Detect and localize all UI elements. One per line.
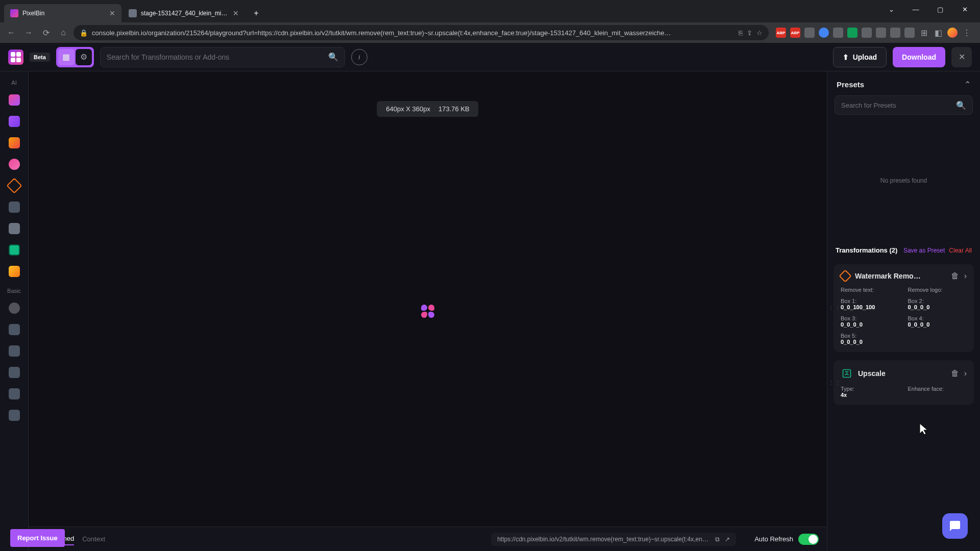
- param-value: 0_0_100_100: [841, 304, 875, 310]
- minimize-icon[interactable]: —: [904, 2, 927, 16]
- sidebar-tool-face[interactable]: [5, 155, 23, 173]
- image-mode-icon[interactable]: ▦: [58, 49, 75, 65]
- drag-handle-icon[interactable]: ⋮⋮: [828, 305, 842, 312]
- presets-header[interactable]: Presets ⌃: [827, 71, 980, 95]
- copy-icon[interactable]: ⧉: [715, 536, 720, 543]
- transform-card-watermark[interactable]: ⋮⋮ Watermark Remo… 🗑 › Remove text: Remo…: [834, 264, 974, 352]
- auto-refresh-toggle[interactable]: [798, 534, 819, 545]
- search-box[interactable]: 🔍: [100, 47, 345, 67]
- output-url-display: https://cdn.pixelbin.io/v2/tutkit/wm.rem…: [491, 533, 736, 546]
- sidebar-tool-generic[interactable]: [5, 342, 23, 360]
- sidebar-tool-generic[interactable]: [5, 219, 23, 238]
- translate-icon[interactable]: ⎘: [739, 29, 743, 37]
- chat-fab-button[interactable]: [942, 513, 968, 539]
- new-tab-button[interactable]: +: [249, 6, 263, 20]
- extension-icon[interactable]: [819, 28, 829, 38]
- close-panel-button[interactable]: ✕: [951, 47, 972, 67]
- search-icon[interactable]: 🔍: [328, 52, 338, 62]
- delete-icon[interactable]: 🗑: [951, 369, 959, 378]
- star-icon[interactable]: ☆: [756, 29, 763, 37]
- browser-url-bar: ← → ⟳ ⌂ 🔒 console.pixelbin.io/organizati…: [0, 22, 980, 43]
- extension-icon[interactable]: [904, 28, 915, 38]
- reload-icon[interactable]: ⟳: [39, 26, 53, 40]
- home-icon[interactable]: ⌂: [56, 26, 70, 40]
- open-link-icon[interactable]: ↗: [725, 536, 730, 543]
- sidebar-tool-car[interactable]: [5, 134, 23, 152]
- param-label: Type:: [841, 386, 900, 392]
- upload-label: Upload: [853, 53, 877, 61]
- drag-handle-icon[interactable]: ⋮⋮: [828, 380, 842, 386]
- sidebar-tool-generic[interactable]: [5, 198, 23, 216]
- upload-icon: ⬆: [843, 53, 849, 61]
- save-as-preset-link[interactable]: Save as Preset: [903, 247, 945, 254]
- puzzle-icon[interactable]: ⊞: [919, 28, 929, 38]
- extension-icons: ABP ABP ⊞ ◧ ⋮: [772, 28, 976, 38]
- sidebar-tool-erasebg[interactable]: [5, 91, 23, 109]
- close-icon[interactable]: ✕: [233, 9, 239, 17]
- preset-search[interactable]: 🔍: [835, 95, 973, 115]
- back-icon[interactable]: ←: [4, 26, 18, 40]
- extension-icon[interactable]: [890, 28, 900, 38]
- menu-icon[interactable]: ⋮: [962, 28, 972, 38]
- mode-toggle[interactable]: ▦ ⚙: [56, 47, 94, 67]
- transform-card-upscale[interactable]: ⋮⋮ Upscale 🗑 › Type:4x Enhance face:: [834, 360, 974, 405]
- extension-icon[interactable]: [847, 28, 857, 38]
- share-icon[interactable]: ⇪: [747, 29, 752, 37]
- chevron-up-icon[interactable]: ⌃: [964, 80, 971, 89]
- extension-icon[interactable]: [876, 28, 886, 38]
- code-mode-icon[interactable]: ⚙: [76, 49, 92, 65]
- download-button[interactable]: Download: [893, 47, 945, 67]
- sidebar-tool-generic[interactable]: [5, 406, 23, 424]
- canvas-area: 640px X 360px 173.76 KB: [29, 71, 827, 551]
- transformations-header: Transformations (2) Save as Preset Clear…: [827, 240, 980, 260]
- sidebar-tool-blur[interactable]: [5, 299, 23, 317]
- sidebar-tool-enhance[interactable]: [5, 262, 23, 281]
- browser-tab-inactive[interactable]: stage-1531427_640_klein_mit_w… ✕: [122, 4, 245, 22]
- tab-context[interactable]: Context: [82, 533, 105, 545]
- search-input[interactable]: [107, 53, 324, 61]
- maximize-icon[interactable]: ▢: [929, 2, 951, 16]
- sidebar-tool-watermark[interactable]: [5, 177, 23, 195]
- url-text: console.pixelbin.io/organization/215264/…: [92, 29, 734, 37]
- url-field[interactable]: 🔒 console.pixelbin.io/organization/21526…: [74, 25, 769, 40]
- sidebar-tool-bg[interactable]: [5, 112, 23, 131]
- param-value: 0_0_0_0: [841, 339, 863, 345]
- extension-icon[interactable]: [833, 28, 843, 38]
- abp-extension-icon[interactable]: ABP: [776, 28, 786, 38]
- presets-empty-state: No presets found: [827, 121, 980, 240]
- side-panel-icon[interactable]: ◧: [933, 28, 943, 38]
- forward-icon[interactable]: →: [21, 26, 36, 40]
- loading-spinner-icon: [421, 305, 434, 318]
- upload-button[interactable]: ⬆ Upload: [833, 47, 887, 67]
- extension-icon[interactable]: [862, 28, 872, 38]
- chevron-right-icon[interactable]: ›: [964, 271, 967, 281]
- extension-icon[interactable]: [804, 28, 815, 38]
- sidebar-tool-upscale[interactable]: [5, 241, 23, 259]
- param-label: Box 4:: [908, 315, 967, 321]
- param-label: Remove logo:: [908, 287, 967, 293]
- presets-title: Presets: [837, 80, 864, 89]
- abp-extension-icon[interactable]: ABP: [790, 28, 800, 38]
- browser-tab-active[interactable]: PixelBin ✕: [4, 4, 121, 22]
- favicon-icon: [10, 9, 18, 17]
- auto-refresh-label: Auto Refresh: [754, 535, 793, 543]
- avatar-icon[interactable]: [947, 28, 958, 38]
- delete-icon[interactable]: 🗑: [951, 271, 959, 281]
- search-icon[interactable]: 🔍: [956, 101, 966, 110]
- chevron-down-icon[interactable]: ⌄: [880, 2, 902, 16]
- close-icon[interactable]: ✕: [953, 2, 976, 16]
- watermark-icon: [839, 269, 851, 282]
- sidebar-tool-generic[interactable]: [5, 385, 23, 403]
- sidebar-section-ai: AI: [11, 80, 16, 86]
- chevron-right-icon[interactable]: ›: [964, 369, 967, 378]
- auto-refresh-control: Auto Refresh: [754, 534, 819, 545]
- preset-search-input[interactable]: [841, 102, 956, 109]
- report-issue-button[interactable]: Report Issue: [10, 529, 65, 547]
- param-label: Remove text:: [841, 287, 900, 293]
- close-icon[interactable]: ✕: [109, 9, 115, 17]
- sidebar-tool-generic[interactable]: [5, 363, 23, 382]
- info-icon[interactable]: i: [351, 49, 368, 65]
- clear-all-link[interactable]: Clear All: [949, 247, 972, 254]
- logo-icon[interactable]: [8, 49, 23, 65]
- sidebar-tool-generic[interactable]: [5, 320, 23, 339]
